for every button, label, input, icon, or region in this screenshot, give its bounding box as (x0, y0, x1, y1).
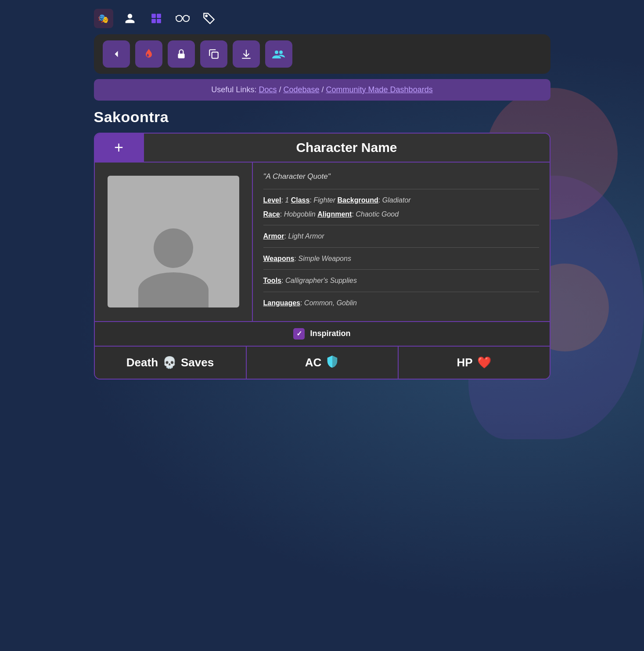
ac-cell[interactable]: AC (247, 347, 399, 379)
divider-4 (263, 269, 539, 270)
svg-rect-0 (151, 14, 156, 18)
separator2: / (322, 85, 326, 94)
hp-label: HP (457, 356, 472, 369)
character-card: + Character Name "A Character Quote" Lev… (94, 133, 550, 380)
card-header: + Character Name (95, 134, 550, 162)
race-alignment-line: Race: Hobgoblin Alignment: Chaotic Good (263, 209, 539, 220)
user-icon[interactable] (120, 9, 140, 28)
back-button[interactable] (103, 40, 130, 68)
divider-3 (263, 247, 539, 248)
svg-rect-1 (157, 14, 161, 18)
svg-line-8 (189, 16, 190, 17)
svg-rect-3 (157, 19, 161, 23)
page-title: Sakoontra (94, 108, 550, 126)
inspiration-checkbox[interactable]: ✓ (293, 328, 305, 340)
lock-button[interactable] (168, 40, 195, 68)
community-link[interactable]: Community Made Dashboards (326, 85, 433, 94)
character-name: Character Name (143, 134, 550, 162)
inspiration-row: ✓ Inspiration (95, 321, 550, 346)
character-quote: "A Character Quote" (263, 172, 539, 181)
svg-rect-2 (151, 19, 156, 23)
logo-icon[interactable]: 🎭 (94, 9, 113, 28)
death-saves-suffix: Saves (181, 356, 214, 369)
divider-5 (263, 292, 539, 292)
inspiration-label: Inspiration (310, 329, 350, 338)
avatar-circle (154, 228, 193, 268)
background-value: Gladiator (382, 196, 411, 204)
top-nav: 🎭 (94, 4, 550, 34)
separator1: / (279, 85, 283, 94)
weapons-value: Simple Weapons (298, 255, 351, 262)
class-label: Class (291, 196, 310, 204)
divider-2 (263, 225, 539, 225)
ac-label: AC (305, 356, 322, 369)
level-class-background-line: Level: 1 Class: Fighter Background: Glad… (263, 195, 539, 206)
class-value: Fighter (313, 196, 335, 204)
race-label: Race (263, 210, 280, 218)
svg-point-4 (176, 15, 182, 22)
tools-value: Calligrapher's Supplies (285, 277, 357, 284)
level-label: Level (263, 196, 281, 204)
weapons-line: Weapons: Simple Weapons (263, 253, 539, 264)
level-value: 1 (285, 196, 289, 204)
armor-line: Armor: Light Armor (263, 231, 539, 242)
toolbar (94, 34, 550, 74)
useful-links-bar: Useful Links: Docs / Codebase / Communit… (94, 79, 550, 101)
tools-label: Tools (263, 277, 281, 284)
svg-point-9 (205, 15, 207, 17)
background-label: Background (338, 196, 378, 204)
languages-line: Languages: Common, Goblin (263, 297, 539, 309)
card-body: "A Character Quote" Level: 1 Class: Figh… (95, 162, 550, 321)
svg-point-12 (275, 51, 278, 54)
svg-rect-10 (178, 54, 184, 58)
avatar-placeholder (108, 176, 239, 307)
death-saves-label: Death (126, 356, 158, 369)
avatar-body (138, 272, 209, 307)
users-button[interactable] (265, 40, 292, 68)
docs-link[interactable]: Docs (259, 85, 277, 94)
divider-1 (263, 189, 539, 189)
glasses-icon[interactable] (173, 9, 192, 28)
languages-value: Common, Goblin (304, 299, 357, 307)
codebase-link[interactable]: Codebase (283, 85, 319, 94)
race-value: Hobgoblin (284, 210, 316, 218)
svg-rect-11 (212, 52, 218, 58)
alignment-label: Alignment (317, 210, 352, 218)
hp-cell[interactable]: HP ❤️ (399, 347, 550, 379)
useful-links-prefix: Useful Links: (211, 85, 259, 94)
grid-icon[interactable] (147, 9, 166, 28)
avatar-section (95, 163, 253, 321)
add-character-button[interactable]: + (95, 134, 143, 162)
fire-button[interactable] (135, 40, 162, 68)
heart-icon: ❤️ (477, 356, 491, 369)
death-saves-cell[interactable]: Death 💀 Saves (95, 347, 247, 379)
info-section: "A Character Quote" Level: 1 Class: Figh… (253, 163, 550, 321)
skull-icon: 💀 (162, 356, 176, 369)
armor-label: Armor (263, 232, 284, 240)
svg-line-7 (176, 16, 176, 17)
tools-line: Tools: Calligrapher's Supplies (263, 275, 539, 286)
stats-row: Death 💀 Saves AC HP ❤️ (95, 346, 550, 379)
weapons-label: Weapons (263, 255, 295, 262)
tag-icon[interactable] (199, 9, 219, 28)
svg-point-13 (279, 51, 283, 54)
shield-icon (326, 354, 339, 371)
alignment-value: Chaotic Good (356, 210, 399, 218)
download-button[interactable] (233, 40, 260, 68)
languages-label: Languages (263, 299, 300, 307)
armor-value: Light Armor (288, 232, 324, 240)
copy-button[interactable] (200, 40, 227, 68)
svg-point-5 (183, 15, 189, 22)
